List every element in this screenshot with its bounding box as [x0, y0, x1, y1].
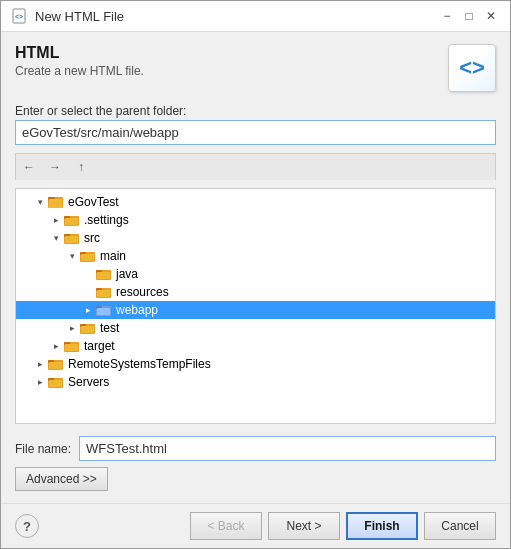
tree-item-target[interactable]: ▸ target [16, 337, 495, 355]
back-button[interactable]: < Back [190, 512, 262, 540]
help-button[interactable]: ? [15, 514, 39, 538]
folder-tree[interactable]: ▾ eGovTest ▸ .settings ▾ [15, 188, 496, 424]
minimize-button[interactable]: − [438, 7, 456, 25]
window-controls: − □ ✕ [438, 7, 500, 25]
tree-item-settings[interactable]: ▸ .settings [16, 211, 495, 229]
expand-icon: ▸ [32, 356, 48, 372]
folder-icon [64, 212, 80, 228]
expand-icon: ▾ [48, 230, 64, 246]
folder-icon [48, 374, 64, 390]
finish-button[interactable]: Finish [346, 512, 418, 540]
dialog-icon: <> [11, 8, 27, 24]
title-bar: <> New HTML File − □ ✕ [1, 1, 510, 32]
expand-icon: ▾ [32, 194, 48, 210]
project-icon [48, 194, 64, 210]
expand-icon: ▸ [80, 302, 96, 318]
cancel-button[interactable]: Cancel [424, 512, 496, 540]
tree-label-servers: Servers [68, 375, 109, 389]
nav-back-button[interactable]: ← [18, 157, 40, 177]
svg-rect-34 [49, 380, 62, 387]
tree-item-egovtest[interactable]: ▾ eGovTest [16, 193, 495, 211]
tree-item-servers[interactable]: ▸ Servers [16, 373, 495, 391]
expand-icon: ▸ [48, 212, 64, 228]
svg-rect-25 [81, 326, 94, 333]
file-name-row: File name: [15, 436, 496, 461]
parent-folder-section: Enter or select the parent folder: [15, 104, 496, 145]
tree-label-remotesystems: RemoteSystemsTempFiles [68, 357, 211, 371]
tree-item-remotesystems[interactable]: ▸ RemoteSystemsTempFiles [16, 355, 495, 373]
tree-label-test: test [100, 321, 119, 335]
dialog-content: HTML Create a new HTML file. <> Enter or… [1, 32, 510, 503]
dialog-window: <> New HTML File − □ ✕ HTML Create a new… [0, 0, 511, 549]
tree-item-main[interactable]: ▾ main [16, 247, 495, 265]
tree-label-src: src [84, 231, 100, 245]
folder-icon [64, 230, 80, 246]
tree-item-src[interactable]: ▾ src [16, 229, 495, 247]
svg-rect-13 [81, 254, 94, 261]
file-name-label: File name: [15, 442, 71, 456]
expand-icon: ▸ [32, 374, 48, 390]
folder-icon [80, 248, 96, 264]
tree-label-settings: .settings [84, 213, 129, 227]
footer-left: ? [15, 514, 39, 538]
folder-icon [96, 266, 112, 282]
header-icon: <> [448, 44, 496, 92]
expand-icon: ▾ [64, 248, 80, 264]
dialog-title: New HTML File [35, 9, 430, 24]
bottom-section: File name: Advanced >> [15, 436, 496, 491]
close-button[interactable]: ✕ [482, 7, 500, 25]
dialog-footer: ? < Back Next > Finish Cancel [1, 503, 510, 548]
folder-icon [96, 302, 112, 318]
svg-rect-22 [97, 308, 110, 315]
header-text: HTML Create a new HTML file. [15, 44, 144, 78]
tree-label-resources: resources [116, 285, 169, 299]
tree-item-webapp[interactable]: ▸ webapp [16, 301, 495, 319]
tree-item-test[interactable]: ▸ test [16, 319, 495, 337]
parent-folder-input[interactable] [15, 120, 496, 145]
advanced-button[interactable]: Advanced >> [15, 467, 108, 491]
expand-icon: ▸ [64, 320, 80, 336]
html-brackets-icon: <> [459, 55, 485, 81]
svg-rect-10 [65, 236, 78, 243]
footer-right: < Back Next > Finish Cancel [190, 512, 496, 540]
tree-label-egovtest: eGovTest [68, 195, 119, 209]
svg-rect-4 [49, 199, 62, 208]
svg-rect-19 [97, 290, 110, 297]
nav-forward-button[interactable]: → [44, 157, 66, 177]
tree-label-java: java [116, 267, 138, 281]
svg-rect-16 [97, 272, 110, 279]
svg-text:<>: <> [15, 13, 23, 20]
folder-icon [96, 284, 112, 300]
folder-icon [48, 356, 64, 372]
tree-toolbar: ← → ↑ [15, 153, 496, 180]
file-name-input[interactable] [79, 436, 496, 461]
tree-label-target: target [84, 339, 115, 353]
parent-folder-label: Enter or select the parent folder: [15, 104, 496, 118]
folder-icon [64, 338, 80, 354]
maximize-button[interactable]: □ [460, 7, 478, 25]
nav-up-button[interactable]: ↑ [70, 157, 92, 177]
expand-icon: ▸ [48, 338, 64, 354]
svg-rect-7 [65, 218, 78, 225]
file-type-label: HTML [15, 44, 144, 62]
next-button[interactable]: Next > [268, 512, 340, 540]
svg-rect-28 [65, 344, 78, 351]
tree-item-resources[interactable]: ▸ resources [16, 283, 495, 301]
tree-label-main: main [100, 249, 126, 263]
tree-item-java[interactable]: ▸ java [16, 265, 495, 283]
folder-icon [80, 320, 96, 336]
svg-rect-31 [49, 362, 62, 369]
header-section: HTML Create a new HTML file. <> [15, 44, 496, 92]
file-description: Create a new HTML file. [15, 64, 144, 78]
tree-label-webapp: webapp [116, 303, 158, 317]
